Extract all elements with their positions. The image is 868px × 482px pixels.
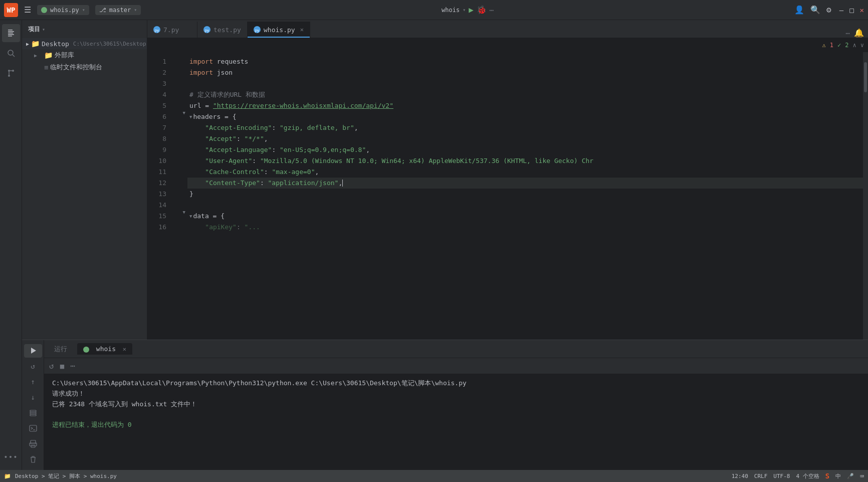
run-panel-main: 运行 whois ✕ ↺ ■ ⋯ C:\Users\30615\AppData\… <box>44 340 868 470</box>
svg-text:py: py <box>205 28 209 33</box>
sidebar-item-temp[interactable]: ▶ ≡ 临时文件和控制台 <box>22 61 147 73</box>
run-panel-wrapper: ↺ ↑ ↓ <box>22 340 868 470</box>
activity-bar: ••• <box>0 20 22 470</box>
code-content[interactable]: import requests import json # 定义请求的URL 和… <box>187 52 863 340</box>
run-panel-left-icons: ↺ ↑ ↓ <box>22 340 44 470</box>
code-line-8: "Accept": "*/*", <box>187 133 863 144</box>
current-file-button[interactable]: whois.py ▾ <box>37 5 89 15</box>
svg-rect-4 <box>8 36 12 37</box>
tab-whoispy[interactable]: py whois.py ✕ <box>248 22 310 38</box>
run-layers-icon[interactable] <box>24 406 42 420</box>
run-restart-icon[interactable]: ↺ <box>24 360 42 373</box>
run-down-icon[interactable]: ↓ <box>24 391 42 404</box>
more-button[interactable]: ⋯ <box>490 6 494 14</box>
hamburger-menu[interactable]: ☰ <box>22 3 33 17</box>
run-button[interactable]: ▶ <box>469 5 474 15</box>
status-mic-icon[interactable]: 🎤 <box>847 473 854 479</box>
code-line-7: "Accept-Encoding": "gzip, deflate, br", <box>187 122 863 133</box>
chevron-up-icon[interactable]: ∧ <box>853 42 856 49</box>
ln-2: 2 <box>147 67 166 78</box>
run-exit-line: 进程已结束，退出代码为 0 <box>52 420 860 430</box>
tab-label-testpy: test.py <box>213 26 241 34</box>
status-indent[interactable]: 4 个空格 <box>796 472 819 480</box>
titlebar: WP ☰ whois.py ▾ ⎇ master ▾ whois ▾ ▶ 🐞 ⋯… <box>0 0 868 20</box>
current-file-label: whois.py <box>50 7 79 14</box>
code-line-11: "Cache-Control": "max-age=0", <box>187 167 863 178</box>
folder-label-extlib: 外部库 <box>55 51 74 60</box>
status-encoding[interactable]: CRLF <box>754 473 768 479</box>
tab-more-icon[interactable]: ⋯ <box>846 29 850 37</box>
run-print-icon[interactable] <box>24 437 42 450</box>
profile-icon[interactable]: 👤 <box>794 5 804 15</box>
status-time[interactable]: 12:40 <box>732 473 748 479</box>
ln-1: 1 <box>147 56 166 67</box>
svg-marker-16 <box>31 348 36 354</box>
minimize-button[interactable]: — <box>839 6 843 14</box>
tab-7py[interactable]: py 7.py <box>147 22 197 38</box>
run-trash-icon[interactable] <box>24 452 42 466</box>
status-keyboard-icon[interactable]: ⌨ <box>860 472 864 480</box>
file-icon-temp: ≡ <box>44 63 48 71</box>
run-play-icon[interactable] <box>24 344 42 358</box>
status-lang[interactable]: 中 <box>835 472 841 480</box>
run-label: whois <box>442 7 460 14</box>
ln-3: 3 <box>147 78 166 89</box>
ln-13: 13 <box>147 189 166 200</box>
sidebar-item-desktop[interactable]: ▶ 📁 Desktop C:\Users\30615\Desktop <box>22 38 147 49</box>
ln-14: 14 <box>147 200 166 211</box>
toolbar-restart[interactable]: ↺ <box>48 360 55 372</box>
window-controls: — □ ✕ <box>839 6 864 14</box>
titlebar-actions: 👤 🔍 ⚙ <box>794 5 831 15</box>
activity-files[interactable] <box>2 24 20 42</box>
file-dropdown-icon: ▾ <box>82 7 85 13</box>
code-line-9: "Accept-Language": "en-US;q=0.9,en;q=0.8… <box>187 144 863 155</box>
svg-point-5 <box>8 50 13 55</box>
run-info-line: 已将 2348 个域名写入到 whois.txt 文件中！ <box>52 399 860 410</box>
svg-text:py: py <box>255 28 259 33</box>
run-path-line: C:\Users\30615\AppData\Local\Programs\Py… <box>52 378 860 389</box>
status-charset[interactable]: UTF-8 <box>773 473 790 479</box>
branch-button[interactable]: ⎇ master ▾ <box>95 5 141 15</box>
scrollbar-thumb[interactable] <box>864 62 867 92</box>
fold-arrow-6[interactable]: ▼ <box>189 111 192 122</box>
run-terminal-icon[interactable] <box>24 421 42 435</box>
toolbar-stop[interactable]: ■ <box>59 361 65 371</box>
vertical-scrollbar[interactable] <box>863 52 868 340</box>
activity-more[interactable]: ••• <box>2 448 20 466</box>
fold-arrow-15[interactable]: ▼ <box>189 211 192 222</box>
debug-button[interactable]: 🐞 <box>477 5 487 15</box>
tab-label-whoispy: whois.py <box>264 26 295 34</box>
tab-testpy[interactable]: py test.py <box>197 22 248 38</box>
branch-dropdown-icon: ▾ <box>134 7 137 13</box>
ln-16: 16 <box>147 222 166 233</box>
ln-4: 4 <box>147 89 166 100</box>
status-bar: 📁 Desktop > 笔记 > 脚本 > whois.py 12:40 CRL… <box>0 470 868 482</box>
ln-6: 6 <box>147 111 166 122</box>
error-count: 1 <box>830 42 833 49</box>
maximize-button[interactable]: □ <box>849 6 853 14</box>
run-tab-close[interactable]: ✕ <box>123 346 126 353</box>
code-editor[interactable]: 1 2 3 4 5 6 7 8 9 10 11 12 13 14 <box>147 52 868 340</box>
ln-11: 11 <box>147 167 166 178</box>
code-line-16: "apiKey": "... <box>187 222 863 233</box>
chevron-down-icon[interactable]: ∨ <box>860 42 864 49</box>
activity-search[interactable] <box>2 44 20 62</box>
tab-bell-icon[interactable]: 🔔 <box>854 28 864 38</box>
search-icon[interactable]: 🔍 <box>810 5 820 15</box>
run-tab-whois[interactable]: whois ✕ <box>77 343 132 355</box>
settings-icon[interactable]: ⚙ <box>826 5 831 15</box>
activity-git[interactable] <box>2 64 20 82</box>
close-button[interactable]: ✕ <box>860 6 864 14</box>
warning-icon: ⚠ <box>822 42 826 49</box>
toolbar-more[interactable]: ⋯ <box>69 360 76 372</box>
branch-icon: ⎇ <box>99 7 106 14</box>
editor-area: py 7.py py test.py py whois.py ✕ <box>147 20 868 340</box>
code-line-6: ▼headers = { <box>187 111 863 122</box>
sougou-icon[interactable]: S <box>825 472 829 480</box>
run-up-icon[interactable]: ↑ <box>24 375 42 389</box>
run-tab-run[interactable]: 运行 <box>48 343 73 356</box>
tab-close-whoispy[interactable]: ✕ <box>300 26 304 33</box>
sidebar-item-extlib[interactable]: ▶ 📁 外部库 <box>22 49 147 61</box>
status-folder-icon: 📁 <box>4 473 11 479</box>
ln-7: 7 <box>147 122 166 133</box>
